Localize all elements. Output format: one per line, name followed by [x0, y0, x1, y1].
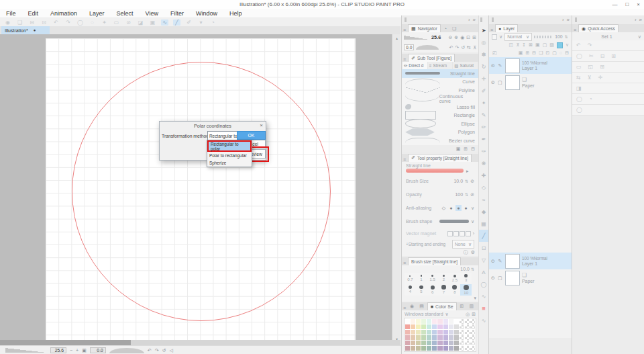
layer-visibility-eye-icon[interactable]: ⊙	[491, 80, 495, 85]
tab-tool-property[interactable]: ✐ Tool property [Straight line]	[408, 154, 472, 162]
color-swatch[interactable]	[470, 319, 475, 324]
vector-magnet-option[interactable]	[447, 231, 453, 236]
menu-item[interactable]: Filter	[164, 10, 190, 17]
nav-rotate-icon[interactable]: ↶	[449, 45, 453, 50]
duplicate-subtool-icon[interactable]: ⊞	[464, 146, 468, 151]
layer-visibility-eye-icon[interactable]: ⊙	[491, 63, 495, 69]
subtool-item[interactable]: Ellipse	[402, 120, 478, 128]
color-swatch[interactable]	[465, 335, 470, 340]
layer-list-empty-area[interactable]	[489, 91, 572, 253]
dock-collapse-icon[interactable]: »	[473, 17, 476, 23]
brushsize-scroll-down-icon[interactable]: ▾	[474, 296, 476, 300]
anti-aliasing-option[interactable]: ●	[448, 205, 454, 211]
menu-item[interactable]: Select	[111, 10, 140, 17]
quick-access-action-icon[interactable]: ✛	[598, 75, 603, 81]
color-swatch[interactable]	[470, 341, 475, 345]
tool-item[interactable]: ✽	[479, 48, 488, 60]
toolbar-icon[interactable]: ∿	[161, 19, 168, 26]
quick-access-action-icon[interactable]: ◨	[576, 85, 582, 91]
canvas[interactable]	[46, 38, 356, 340]
tool-item[interactable]: A	[479, 266, 488, 278]
minimize-button[interactable]: —	[612, 1, 617, 7]
layer-action-icon[interactable]: ▣	[519, 50, 523, 56]
palette-menu-icon[interactable]: ≡	[403, 28, 406, 32]
color-swatch[interactable]	[411, 335, 415, 340]
color-swatch[interactable]	[443, 324, 448, 329]
layer-row[interactable]: ⊙ ▢ ❏ Paper	[489, 74, 572, 91]
menu-item[interactable]: Animation	[44, 10, 83, 17]
anti-aliasing-option[interactable]: ●	[455, 205, 462, 211]
layer-thumbnail[interactable]	[505, 254, 520, 269]
anti-aliasing-option[interactable]: ●	[463, 205, 469, 211]
subtool-item[interactable]: Curve	[402, 78, 478, 87]
tab-quick-access[interactable]: ◉ Quick Access	[578, 24, 619, 32]
color-swatch[interactable]	[460, 335, 464, 340]
color-swatch[interactable]	[416, 341, 421, 345]
color-swatch[interactable]	[432, 324, 437, 329]
brushsize-cell[interactable]: 2.5	[449, 273, 461, 284]
layer-palette-color-swatch[interactable]	[557, 42, 563, 48]
tab-layer[interactable]: ● Layer	[495, 24, 518, 32]
color-swatch[interactable]	[421, 341, 426, 345]
start-end-select[interactable]: None ∨	[452, 240, 474, 249]
brushsize-cell[interactable]: 0.7	[405, 273, 416, 284]
horizontal-scrollbar[interactable]	[0, 340, 400, 345]
rotation-slider[interactable]	[109, 348, 144, 353]
layer-row[interactable]: ⊙ ▢ ❏ Paper	[489, 269, 572, 286]
brushsize-cell[interactable]: 8	[449, 284, 461, 296]
brushsize-cell[interactable]: 4	[405, 284, 416, 296]
tool-item[interactable]: ■	[479, 302, 488, 314]
tool-item[interactable]: ▽	[479, 254, 488, 266]
palette-menu-icon[interactable]: ≡	[490, 28, 493, 32]
brushsize-cell[interactable]: 1.5	[427, 273, 438, 284]
toolbar-icon[interactable]: ▭	[113, 19, 120, 26]
brushsize-cell[interactable]: 1	[416, 273, 427, 284]
tool-item[interactable]: ◆	[479, 206, 488, 218]
nav-rotate-icon[interactable]: ⇆	[467, 45, 471, 50]
layer-edit-icon[interactable]: ✎	[497, 259, 503, 264]
tool-item[interactable]: ✒	[479, 133, 488, 145]
vector-magnet-option[interactable]	[460, 231, 465, 236]
settings-gear-icon[interactable]: ⚙	[471, 250, 475, 255]
tab-itembank-icon[interactable]: ❏	[450, 25, 458, 32]
dock-expand-icon[interactable]: ›	[562, 17, 564, 23]
palette-menu-icon[interactable]: ≡	[403, 261, 406, 265]
color-swatch[interactable]	[427, 346, 431, 351]
color-swatch[interactable]	[465, 346, 470, 351]
layer-edit-icon[interactable]: ▢	[497, 275, 503, 281]
tool-item[interactable]: ≈	[479, 193, 488, 206]
dock-handle[interactable]	[480, 17, 482, 22]
color-swatch[interactable]	[405, 324, 410, 329]
palette-menu-icon[interactable]: ≡	[403, 306, 406, 310]
dialog-title-bar[interactable]: Polar coordinates ×	[160, 122, 266, 130]
color-swatch[interactable]	[449, 330, 453, 335]
menu-item[interactable]: Help	[223, 10, 248, 17]
layer-edit-icon[interactable]: ▢	[497, 80, 503, 85]
zoom-slider[interactable]	[5, 348, 47, 353]
layer-thumbnail[interactable]	[505, 271, 520, 285]
layer-action-icon[interactable]: ▢	[552, 50, 557, 56]
dropdown-option[interactable]: Polar to rectangular	[207, 152, 252, 159]
tab-color-history-icon[interactable]: ▥	[467, 303, 476, 310]
color-swatch[interactable]	[411, 330, 415, 335]
opacity-stepper[interactable]: ⇅	[465, 192, 468, 197]
toolbar-icon[interactable]: ◉	[4, 19, 11, 26]
zoom-in-icon[interactable]: +	[76, 348, 78, 353]
tool-item[interactable]: ✦	[479, 97, 488, 109]
quick-access-action-icon[interactable]: ◯	[576, 107, 582, 113]
color-swatch[interactable]	[437, 330, 442, 335]
tab-brush-size[interactable]: Brush size [Straight line]	[408, 257, 461, 265]
color-swatch[interactable]	[460, 330, 464, 335]
color-swatch[interactable]	[454, 324, 459, 329]
color-swatch[interactable]	[454, 319, 459, 324]
menu-item[interactable]: Edit	[22, 10, 45, 17]
tool-item[interactable]: ▦	[479, 218, 488, 230]
color-swatch[interactable]	[421, 335, 426, 340]
quick-access-action-icon[interactable]: ◯	[576, 53, 582, 59]
tool-item[interactable]: ∿	[479, 314, 488, 326]
tool-item[interactable]: ↻	[479, 60, 488, 73]
color-swatch[interactable]	[427, 335, 431, 340]
layer-option-icon[interactable]: ▣	[535, 42, 540, 48]
layer-thumbnail[interactable]	[505, 58, 520, 73]
toolbar-icon[interactable]: ◌	[89, 19, 96, 26]
